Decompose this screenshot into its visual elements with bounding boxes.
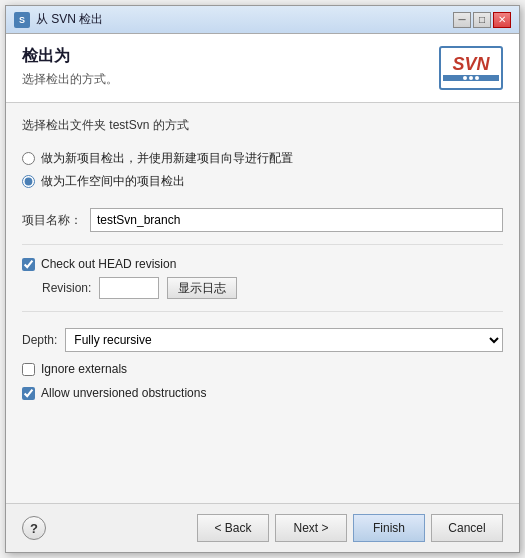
divider-1 bbox=[22, 244, 503, 245]
main-window: S 从 SVN 检出 ─ □ ✕ 检出为 选择检出的方式。 SVN 选择检出文件… bbox=[5, 5, 520, 553]
svn-dot-1 bbox=[463, 76, 467, 80]
allow-unversioned-checkbox[interactable] bbox=[22, 387, 35, 400]
radio-new-project[interactable] bbox=[22, 152, 35, 165]
main-content: 选择检出文件夹 testSvn 的方式 做为新项目检出，并使用新建项目向导进行配… bbox=[6, 103, 519, 503]
window-controls: ─ □ ✕ bbox=[453, 12, 511, 28]
ignore-externals-row[interactable]: Ignore externals bbox=[22, 362, 503, 376]
back-button[interactable]: < Back bbox=[197, 514, 269, 542]
minimize-button[interactable]: ─ bbox=[453, 12, 471, 28]
revision-label: Revision: bbox=[42, 281, 91, 295]
title-bar: S 从 SVN 检出 ─ □ ✕ bbox=[6, 6, 519, 34]
allow-unversioned-label: Allow unversioned obstructions bbox=[41, 386, 206, 400]
radio-new-project-label: 做为新项目检出，并使用新建项目向导进行配置 bbox=[41, 150, 293, 167]
svn-dot-3 bbox=[475, 76, 479, 80]
revision-row: Revision: 显示日志 bbox=[42, 277, 503, 299]
header-text: 检出为 选择检出的方式。 bbox=[22, 46, 118, 88]
depth-select[interactable]: Fully recursive Immediate children Only … bbox=[65, 328, 503, 352]
close-button[interactable]: ✕ bbox=[493, 12, 511, 28]
section-label: 选择检出文件夹 testSvn 的方式 bbox=[22, 117, 503, 134]
divider-2 bbox=[22, 311, 503, 312]
radio-new-project-item[interactable]: 做为新项目检出，并使用新建项目向导进行配置 bbox=[22, 150, 503, 167]
svn-logo: SVN bbox=[439, 46, 503, 90]
page-subtitle: 选择检出的方式。 bbox=[22, 71, 118, 88]
footer: ? < Back Next > Finish Cancel bbox=[6, 503, 519, 552]
footer-left: ? bbox=[22, 516, 46, 540]
next-button[interactable]: Next > bbox=[275, 514, 347, 542]
radio-workspace-label: 做为工作空间中的项目检出 bbox=[41, 173, 185, 190]
checkout-head-checkbox[interactable] bbox=[22, 258, 35, 271]
finish-button[interactable]: Finish bbox=[353, 514, 425, 542]
header-section: 检出为 选择检出的方式。 SVN bbox=[6, 34, 519, 103]
checkout-head-label: Check out HEAD revision bbox=[41, 257, 176, 271]
checkout-head-row[interactable]: Check out HEAD revision bbox=[22, 257, 503, 271]
depth-row: Depth: Fully recursive Immediate childre… bbox=[22, 328, 503, 352]
svn-dot-2 bbox=[469, 76, 473, 80]
project-name-input[interactable] bbox=[90, 208, 503, 232]
project-name-label: 项目名称： bbox=[22, 212, 82, 229]
depth-label: Depth: bbox=[22, 333, 57, 347]
checkout-mode-group: 做为新项目检出，并使用新建项目向导进行配置 做为工作空间中的项目检出 bbox=[22, 150, 503, 190]
ignore-externals-label: Ignore externals bbox=[41, 362, 127, 376]
svn-logo-text: SVN bbox=[452, 55, 489, 73]
help-button[interactable]: ? bbox=[22, 516, 46, 540]
page-title: 检出为 bbox=[22, 46, 118, 67]
svn-logo-decoration bbox=[443, 75, 499, 81]
window-icon: S bbox=[14, 12, 30, 28]
footer-buttons: < Back Next > Finish Cancel bbox=[197, 514, 503, 542]
maximize-button[interactable]: □ bbox=[473, 12, 491, 28]
radio-workspace-project[interactable] bbox=[22, 175, 35, 188]
radio-workspace-item[interactable]: 做为工作空间中的项目检出 bbox=[22, 173, 503, 190]
window-title: 从 SVN 检出 bbox=[36, 11, 453, 28]
project-name-row: 项目名称： bbox=[22, 208, 503, 232]
cancel-button[interactable]: Cancel bbox=[431, 514, 503, 542]
revision-input[interactable] bbox=[99, 277, 159, 299]
allow-unversioned-row[interactable]: Allow unversioned obstructions bbox=[22, 386, 503, 400]
ignore-externals-checkbox[interactable] bbox=[22, 363, 35, 376]
show-log-button[interactable]: 显示日志 bbox=[167, 277, 237, 299]
